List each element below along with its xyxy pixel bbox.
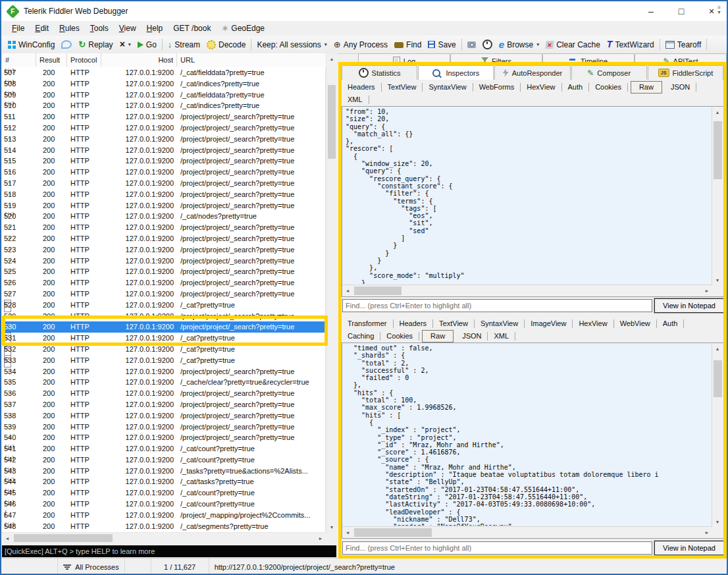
capturing-indicator[interactable]: [1, 559, 58, 575]
scroll-thumb[interactable]: [354, 528, 432, 537]
remove-sessions-button[interactable]: ×▾: [117, 38, 134, 52]
session-row[interactable]: →521200HTTP127.0.0.1:9200/project/projec…: [2, 222, 325, 233]
session-row[interactable]: {js}520200HTTP127.0.0.1:9200/_cat/nodes?…: [2, 211, 325, 222]
textwizard-button[interactable]: TTextWizard: [604, 38, 658, 52]
timer-button[interactable]: [479, 38, 496, 52]
response-tab-xml[interactable]: XML: [488, 332, 515, 341]
session-row[interactable]: i547200HTTP127.0.0.1:9200/project/_mappi…: [2, 510, 325, 521]
keep-sessions-button[interactable]: Keep: All sessions▾: [253, 38, 330, 52]
response-tab-syntaxview[interactable]: SyntaxView: [475, 319, 525, 328]
session-row[interactable]: →524200HTTP127.0.0.1:9200/project/projec…: [2, 256, 325, 267]
session-row[interactable]: →523200HTTP127.0.0.1:9200/project/projec…: [2, 244, 325, 256]
session-row[interactable]: →535200HTTP127.0.0.1:9200/_cache/clear?p…: [2, 377, 325, 388]
scroll-left-icon[interactable]: ◄: [342, 527, 353, 537]
session-row[interactable]: 528200HTTP127.0.0.1:9200/_cat?pretty=tru…: [2, 300, 325, 311]
quickexec-bar[interactable]: [QuickExec] ALT+Q > type HELP to learn m…: [2, 545, 336, 557]
menu-rules[interactable]: Rules: [54, 24, 85, 33]
response-tab-hexview[interactable]: HexView: [573, 319, 613, 328]
column-header-result[interactable]: Result: [36, 53, 67, 67]
tab-inspectors[interactable]: Inspectors: [418, 65, 494, 80]
session-row[interactable]: {js}543200HTTP127.0.0.1:9200/_tasks?pret…: [2, 466, 325, 477]
session-row[interactable]: →512200HTTP127.0.0.1:9200/project/projec…: [2, 123, 325, 134]
scroll-right-icon[interactable]: ►: [315, 533, 326, 543]
tab-composer[interactable]: ✎Composer: [571, 65, 647, 80]
request-raw-view[interactable]: "from": 10,"size": 20,"query": { "match_…: [342, 106, 724, 297]
session-row[interactable]: →514200HTTP127.0.0.1:9200/project/projec…: [2, 145, 325, 156]
scroll-down-icon[interactable]: ▼: [712, 516, 723, 527]
session-row[interactable]: {js}548200HTTP127.0.0.1:9200/_cat/segmen…: [2, 521, 325, 532]
go-button[interactable]: Go: [134, 38, 160, 52]
save-button[interactable]: Save: [425, 38, 459, 52]
tab-timeline[interactable]: Timeline: [542, 53, 635, 63]
session-row[interactable]: {js}510200HTTP127.0.0.1:9200/_cat/indice…: [2, 100, 325, 111]
scroll-left-icon[interactable]: ◄: [2, 533, 13, 543]
response-vscrollbar[interactable]: ▲ ▼: [712, 343, 723, 527]
session-row[interactable]: →536200HTTP127.0.0.1:9200/project/projec…: [2, 388, 325, 399]
response-tab-transformer[interactable]: Transformer: [342, 319, 394, 328]
scroll-right-icon[interactable]: ►: [702, 527, 712, 537]
response-tab-cookies[interactable]: Cookies: [380, 332, 419, 341]
menu-get-book[interactable]: GET /book: [168, 24, 216, 33]
request-tab-webforms[interactable]: WebForms: [473, 83, 521, 92]
request-tab-headers[interactable]: Headers: [342, 83, 382, 92]
any-process-button[interactable]: ⊕Any Process: [330, 38, 391, 52]
session-row[interactable]: →534200HTTP127.0.0.1:9200/project/projec…: [2, 366, 325, 377]
scroll-thumb[interactable]: [714, 121, 722, 179]
session-row[interactable]: →518200HTTP127.0.0.1:9200/project/projec…: [2, 189, 325, 200]
request-view-in-notepad-button[interactable]: View in Notepad: [654, 298, 724, 313]
scroll-right-icon[interactable]: ►: [702, 285, 712, 296]
response-tab-raw[interactable]: Raw: [422, 330, 454, 342]
response-tab-headers[interactable]: Headers: [394, 319, 434, 328]
session-row[interactable]: {js}542200HTTP127.0.0.1:9200/_cat/count?…: [2, 454, 325, 466]
request-tab-json[interactable]: JSON: [665, 83, 696, 92]
request-vscrollbar[interactable]: ▲ ▼: [712, 107, 723, 285]
session-row[interactable]: {js}508200HTTP127.0.0.1:9200/_cat/indice…: [2, 78, 325, 90]
session-row[interactable]: {js}544200HTTP127.0.0.1:9200/_cat/tasks?…: [2, 476, 325, 487]
session-row[interactable]: →530200HTTP127.0.0.1:9200/project/projec…: [2, 321, 325, 333]
session-row[interactable]: →525200HTTP127.0.0.1:9200/project/projec…: [2, 266, 325, 277]
replay-button[interactable]: ↻Replay: [75, 38, 116, 52]
menu-geoedge[interactable]: ∗GeoEdge: [216, 24, 270, 33]
decode-button[interactable]: Decode: [203, 38, 249, 52]
scroll-up-icon[interactable]: ▲: [712, 343, 723, 354]
column-header-[interactable]: #: [2, 53, 36, 67]
maximize-button[interactable]: □: [666, 1, 696, 21]
request-tab-raw[interactable]: Raw: [631, 81, 662, 94]
session-row[interactable]: {js}541200HTTP127.0.0.1:9200/_cat/count?…: [2, 443, 325, 454]
session-list-hscrollbar[interactable]: ◄ ►: [2, 532, 326, 543]
tab-apitest[interactable]: ✎APITest: [635, 53, 727, 63]
scroll-up-icon[interactable]: ▲: [326, 53, 337, 64]
request-tab-cookies[interactable]: Cookies: [589, 83, 628, 92]
scroll-left-icon[interactable]: ◄: [342, 285, 353, 296]
tearoff-button[interactable]: Tearoff: [662, 38, 704, 52]
session-row[interactable]: {js}545200HTTP127.0.0.1:9200/_cat/count?…: [2, 487, 325, 499]
scroll-thumb[interactable]: [714, 360, 722, 397]
session-row[interactable]: →540200HTTP127.0.0.1:9200/project/projec…: [2, 432, 325, 443]
response-tab-json[interactable]: JSON: [456, 332, 488, 341]
session-row[interactable]: →526200HTTP127.0.0.1:9200/project/projec…: [2, 277, 325, 288]
session-row[interactable]: →517200HTTP127.0.0.1:9200/project/projec…: [2, 178, 325, 189]
session-row[interactable]: {js}507200HTTP127.0.0.1:9200/_cat/fieldd…: [2, 67, 325, 78]
clear-cache-button[interactable]: ×Clear Cache: [542, 38, 604, 52]
menu-file[interactable]: File: [7, 24, 30, 33]
find-button[interactable]: Find: [391, 38, 425, 52]
scroll-thumb[interactable]: [354, 287, 402, 295]
tab-log[interactable]: Log: [358, 53, 450, 63]
request-hscrollbar[interactable]: ◄ ►: [342, 285, 712, 296]
column-header-protocol[interactable]: Protocol: [67, 53, 101, 67]
toolbar-overflow-icon[interactable]: ▾: [715, 5, 723, 14]
response-raw-view[interactable]: "timed_out" : false, "_shards" : { "tota…: [342, 342, 724, 539]
session-row[interactable]: →519200HTTP127.0.0.1:9200/project/projec…: [2, 200, 325, 211]
scroll-up-icon[interactable]: ▲: [712, 107, 723, 117]
session-row[interactable]: {js}546200HTTP127.0.0.1:9200/_cat/count?…: [2, 499, 325, 510]
menu-view[interactable]: View: [114, 24, 142, 33]
response-find-input[interactable]: [342, 541, 652, 555]
scroll-down-icon[interactable]: ▼: [326, 522, 337, 532]
response-tab-auth[interactable]: Auth: [657, 319, 685, 328]
browse-button[interactable]: eBrowse▾: [496, 38, 542, 52]
session-row[interactable]: →513200HTTP127.0.0.1:9200/project/projec…: [2, 134, 325, 145]
scroll-down-icon[interactable]: ▼: [712, 275, 723, 285]
tab-autoresponder[interactable]: AutoResponder: [494, 65, 570, 80]
session-row[interactable]: →516200HTTP127.0.0.1:9200/project/projec…: [2, 167, 325, 178]
tab-statistics[interactable]: Statistics: [342, 65, 417, 80]
